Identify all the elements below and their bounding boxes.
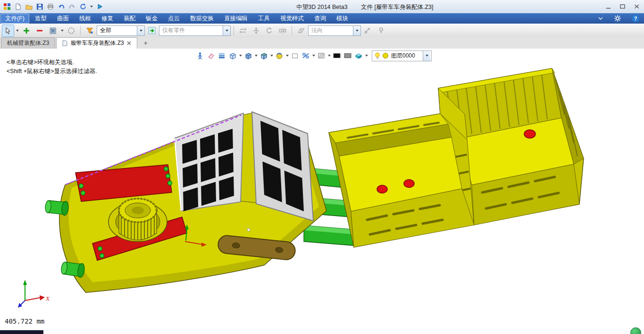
remove-selection-button[interactable] bbox=[33, 25, 46, 37]
section-view-icon[interactable] bbox=[301, 50, 311, 61]
pick-filter-button[interactable] bbox=[47, 25, 59, 37]
menu-tab-repair[interactable]: 修复 bbox=[97, 14, 118, 24]
menu-tab-shape[interactable]: 造型 bbox=[30, 14, 51, 24]
chevron-down-icon[interactable] bbox=[423, 51, 430, 61]
normal-combobox[interactable]: 法向 bbox=[308, 25, 361, 36]
parts-filter-value: 仅有零件 bbox=[159, 26, 223, 34]
black-color-swatch[interactable] bbox=[332, 50, 342, 61]
menu-tab-direct-edit[interactable]: 直接编辑 bbox=[219, 14, 252, 24]
doc-tab-label: 履带车车身装配体.Z3 bbox=[70, 39, 124, 47]
dropdown-caret[interactable] bbox=[311, 50, 316, 61]
menu-tab-module[interactable]: 模块 bbox=[332, 14, 353, 24]
move-component-icon[interactable] bbox=[250, 25, 262, 37]
pose-figure-icon[interactable] bbox=[195, 50, 205, 61]
green-bolts bbox=[79, 167, 172, 195]
dropdown-caret[interactable] bbox=[269, 50, 274, 61]
dropdown-caret[interactable] bbox=[238, 50, 243, 61]
selection-filter-button[interactable] bbox=[84, 25, 96, 37]
menu-tab-visual-style[interactable]: 视觉样式 bbox=[276, 14, 309, 24]
parts-filter-combobox[interactable]: 仅有零件 bbox=[159, 25, 231, 36]
wireframe-display-icon[interactable] bbox=[227, 50, 238, 61]
save-icon[interactable] bbox=[35, 2, 44, 11]
minus-icon bbox=[35, 26, 44, 35]
gray-color-swatch[interactable] bbox=[343, 50, 353, 61]
menu-tab-tools[interactable]: 工具 bbox=[253, 14, 275, 24]
red-cap bbox=[404, 180, 414, 188]
doc-tab-robot-arm[interactable]: 机械臂装配体.Z3 bbox=[1, 37, 55, 49]
hint-line-1: <单击右键>环境相关选项. bbox=[7, 58, 97, 67]
eraser-icon[interactable] bbox=[206, 50, 216, 61]
new-document-icon[interactable] bbox=[13, 2, 23, 11]
new-tab-button[interactable]: + bbox=[141, 38, 151, 48]
axle-stub bbox=[45, 199, 69, 216]
chevron-down-icon[interactable] bbox=[598, 17, 603, 20]
help-icon[interactable]: ? bbox=[632, 15, 639, 22]
menu-tab-point-cloud[interactable]: 点云 bbox=[163, 14, 184, 24]
pick-filter-caret[interactable] bbox=[60, 25, 64, 36]
dropdown-caret[interactable] bbox=[285, 50, 289, 61]
print-icon[interactable] bbox=[46, 2, 55, 11]
pin-icon[interactable] bbox=[375, 25, 387, 37]
chevron-down-icon[interactable] bbox=[223, 26, 230, 35]
menu-tab-sheet-metal[interactable]: 钣金 bbox=[141, 14, 162, 24]
menu-tab-surface[interactable]: 曲面 bbox=[52, 14, 74, 24]
gear-icon[interactable] bbox=[614, 15, 621, 22]
mirror-component-icon[interactable] bbox=[276, 25, 289, 37]
datum-axes bbox=[185, 225, 207, 247]
reference-plane-icon[interactable] bbox=[295, 25, 307, 37]
viewport-canvas[interactable]: X bbox=[0, 49, 644, 330]
play-icon[interactable] bbox=[95, 2, 104, 11]
plane-display-icon[interactable] bbox=[290, 50, 300, 61]
app-title: 中望3D 2014 Beta3 bbox=[296, 3, 347, 11]
window-panel-left bbox=[175, 113, 243, 211]
layer-combobox[interactable]: 图层0000 bbox=[372, 50, 432, 61]
doc-tab-tracked-vehicle[interactable]: 履带车车身装配体.Z3 bbox=[56, 37, 137, 49]
menu-tab-file[interactable]: 文件(F) bbox=[0, 14, 29, 24]
close-tab-icon[interactable] bbox=[127, 41, 131, 45]
dropdown-caret[interactable] bbox=[254, 50, 258, 61]
minimize-button[interactable] bbox=[605, 4, 612, 9]
drag-handle-icon[interactable] bbox=[362, 25, 374, 37]
menu-tab-wireframe[interactable]: 线框 bbox=[75, 14, 96, 24]
customize-caret-icon[interactable] bbox=[89, 1, 93, 12]
chevron-down-icon[interactable] bbox=[353, 26, 360, 35]
taskbar-peek bbox=[0, 330, 43, 334]
dropdown-caret[interactable] bbox=[327, 50, 331, 61]
isometric-view-icon[interactable] bbox=[353, 50, 364, 61]
add-selection-button[interactable] bbox=[20, 25, 33, 37]
select-arrow-button[interactable] bbox=[2, 25, 14, 37]
filter-funnel-icon bbox=[85, 26, 94, 35]
scope-combobox[interactable]: 全部 bbox=[97, 25, 145, 36]
document-title: 文件 [履带车车身装配体.Z3] bbox=[361, 3, 433, 11]
lasso-select-button[interactable] bbox=[65, 25, 77, 37]
menu-tab-assembly[interactable]: 装配 bbox=[119, 14, 140, 24]
red-cap bbox=[377, 185, 387, 193]
model-3d: X bbox=[0, 49, 644, 330]
regen-icon[interactable] bbox=[78, 2, 88, 11]
section-display-icon[interactable] bbox=[259, 50, 269, 61]
view-toolbar: 图层0000 bbox=[195, 50, 432, 62]
hint-line-2: <Shift +鼠标右键>显示选择过滤器. bbox=[7, 67, 97, 76]
dropdown-caret[interactable] bbox=[364, 50, 368, 61]
red-cap bbox=[524, 130, 535, 138]
hatch-pattern-icon[interactable] bbox=[316, 50, 326, 61]
confirm-filter-button[interactable] bbox=[146, 25, 158, 37]
app-logo-icon[interactable] bbox=[2, 2, 12, 11]
open-folder-icon[interactable] bbox=[24, 2, 33, 11]
close-button[interactable] bbox=[634, 4, 640, 9]
select-mode-caret[interactable] bbox=[15, 25, 19, 36]
chevron-down-icon[interactable] bbox=[137, 26, 144, 35]
align-components-icon[interactable] bbox=[237, 25, 249, 37]
maximize-button[interactable] bbox=[619, 4, 626, 9]
menu-tab-inquiry[interactable]: 查询 bbox=[309, 14, 331, 24]
red-panel-upper bbox=[75, 165, 172, 201]
lightbulb-icon bbox=[374, 52, 381, 59]
shaded-display-icon[interactable] bbox=[243, 50, 253, 61]
undo-icon[interactable] bbox=[57, 2, 66, 11]
menu-tab-data-exchange[interactable]: 数据交换 bbox=[185, 14, 218, 24]
rotate-component-icon[interactable] bbox=[263, 25, 276, 37]
render-sphere-icon[interactable] bbox=[274, 50, 284, 61]
layers-icon[interactable] bbox=[217, 50, 227, 61]
red-panel-lower bbox=[92, 217, 187, 260]
redo-icon[interactable] bbox=[67, 2, 77, 11]
